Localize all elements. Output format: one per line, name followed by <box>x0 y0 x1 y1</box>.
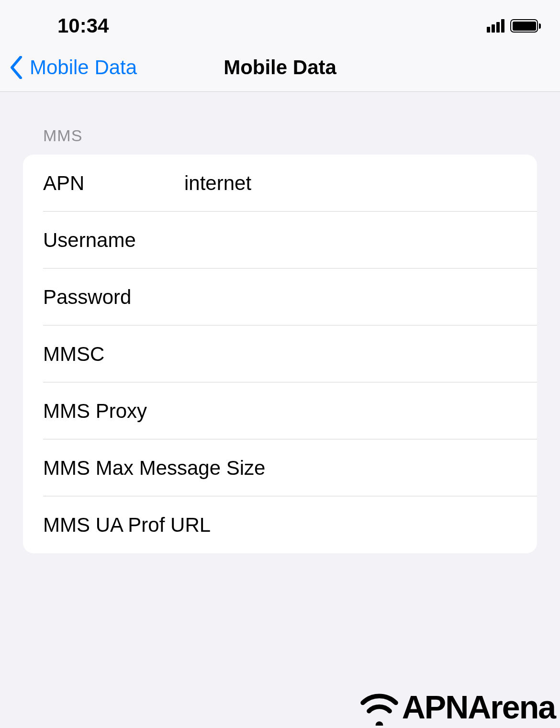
wifi-icon <box>357 688 402 726</box>
label-mms-ua-prof: MMS UA Prof URL <box>43 514 517 537</box>
row-apn[interactable]: APN <box>23 155 537 212</box>
input-password[interactable] <box>184 286 517 309</box>
footer-logo: APNArena <box>357 686 560 728</box>
row-username[interactable]: Username <box>23 212 537 269</box>
label-mmsc: MMSC <box>43 343 184 366</box>
row-mms-max-size[interactable]: MMS Max Message Size <box>23 439 537 496</box>
input-mmsc[interactable] <box>184 343 517 366</box>
status-indicators <box>487 19 541 33</box>
label-username: Username <box>43 229 184 252</box>
section-header-mms: MMS <box>23 126 537 145</box>
label-mms-max-size: MMS Max Message Size <box>43 457 517 480</box>
status-time: 10:34 <box>57 14 109 37</box>
footer-logo-text: APNArena <box>402 688 555 726</box>
page-title: Mobile Data <box>224 56 336 79</box>
cellular-signal-icon <box>487 19 504 33</box>
status-bar: 10:34 <box>0 0 560 43</box>
settings-group-mms: APN Username Password MMSC MMS Proxy MMS… <box>23 155 537 553</box>
label-mms-proxy: MMS Proxy <box>43 400 184 423</box>
label-password: Password <box>43 286 184 309</box>
back-label: Mobile Data <box>30 56 137 79</box>
row-password[interactable]: Password <box>23 269 537 325</box>
input-mms-proxy[interactable] <box>184 400 517 423</box>
navigation-bar: Mobile Data Mobile Data <box>0 43 560 92</box>
input-apn[interactable] <box>184 172 517 195</box>
chevron-left-icon <box>9 56 24 79</box>
input-username[interactable] <box>184 229 517 252</box>
row-mms-proxy[interactable]: MMS Proxy <box>23 382 537 439</box>
row-mmsc[interactable]: MMSC <box>23 325 537 382</box>
battery-icon <box>510 19 541 33</box>
row-mms-ua-prof[interactable]: MMS UA Prof URL <box>23 496 537 553</box>
label-apn: APN <box>43 172 184 195</box>
content-area: APNArena MMS APN Username Password MMSC … <box>0 92 560 553</box>
back-button[interactable]: Mobile Data <box>0 56 137 79</box>
